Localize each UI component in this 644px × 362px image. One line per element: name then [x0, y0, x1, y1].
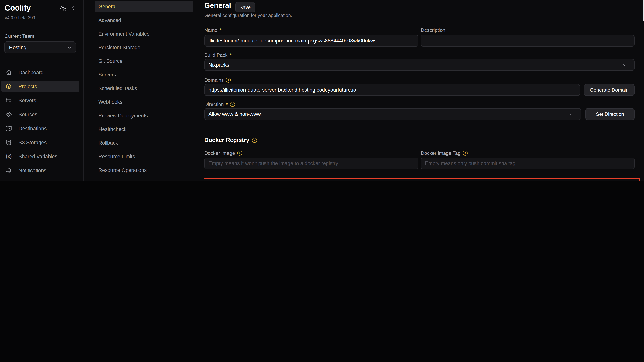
info-icon[interactable]	[463, 151, 468, 155]
sidebar-item-label: Projects	[18, 84, 37, 89]
sidebar-item-label: Sources	[18, 112, 37, 117]
required-asterisk: *	[220, 27, 222, 33]
subnav-item-persistent-storage[interactable]: Persistent Storage	[95, 42, 193, 53]
build-section-highlight	[204, 178, 640, 181]
chevron-down-icon	[622, 63, 627, 68]
subnav-item-advanced[interactable]: Advanced	[95, 15, 193, 26]
chevron-down-icon	[67, 45, 72, 50]
theme-sun-icon[interactable]	[60, 5, 66, 12]
direction-value: Allow www & non-www.	[208, 111, 262, 117]
app-version: v4.0.0-beta.399	[5, 16, 35, 20]
sidebar-item-destinations[interactable]: Destinations	[1, 123, 80, 134]
sidebar-item-dashboard[interactable]: Dashboard	[1, 67, 80, 78]
subnav-item-metrics[interactable]: Metrics	[95, 178, 193, 181]
sidebar-item-label: Dashboard	[18, 70, 44, 75]
scrollbar-thumb[interactable]	[643, 0, 644, 21]
subnav-item-resource-limits[interactable]: Resource Limits	[95, 151, 193, 162]
sidebar-item-label: S3 Storages	[18, 140, 47, 145]
info-icon[interactable]	[226, 78, 231, 82]
docker-image-input[interactable]	[204, 158, 418, 169]
docker-image-tag-input[interactable]	[421, 158, 634, 169]
home-icon	[5, 69, 12, 76]
sidebar-item-sources[interactable]: Sources	[1, 109, 80, 120]
sidebar-item-label: Servers	[18, 98, 36, 103]
name-input[interactable]	[204, 35, 418, 47]
chevron-down-icon	[569, 112, 574, 117]
database-icon	[5, 139, 12, 146]
app-window: Coolify v4.0.0-beta.399 Current Team Hos…	[0, 0, 644, 181]
sidebar-item-label: Shared Variables	[18, 154, 57, 159]
subnav-item-git-source[interactable]: Git Source	[95, 55, 193, 67]
info-icon[interactable]	[237, 151, 242, 155]
map-icon	[5, 125, 12, 132]
direction-select[interactable]: Allow www & non-www.	[204, 108, 581, 120]
sidebar-item-keys-tokens[interactable]: Keys & Tokens	[1, 179, 80, 181]
sidebar-collapse-icon[interactable]	[70, 5, 76, 11]
build-heading: Build	[204, 181, 219, 181]
page-subtitle: General configuration for your applicati…	[204, 13, 292, 18]
subnav-item-environment-variables[interactable]: Environment Variables	[95, 28, 193, 39]
subnav-item-webhooks[interactable]: Webhooks	[95, 96, 193, 108]
sidebar-item-notifications[interactable]: Notifications	[1, 165, 80, 176]
subnav-item-preview-deployments[interactable]: Preview Deployments	[95, 110, 193, 121]
current-team-label: Current Team	[4, 33, 34, 39]
direction-label: Direction*	[204, 101, 235, 107]
sidebar: Coolify v4.0.0-beta.399 Current Team Hos…	[0, 0, 84, 181]
variable-icon: (x)	[5, 153, 12, 160]
sidebar-item-servers[interactable]: Servers	[1, 95, 80, 106]
bell-icon	[5, 167, 12, 174]
docker-image-tag-label: Docker Image Tag	[421, 150, 468, 156]
description-input[interactable]	[421, 35, 634, 47]
domains-label: Domains	[204, 77, 231, 83]
set-direction-button[interactable]: Set Direction	[585, 108, 634, 120]
build-pack-value: Nixpacks	[208, 62, 229, 68]
subnav-item-healthcheck[interactable]: Healthcheck	[95, 123, 193, 135]
generate-domain-button[interactable]: Generate Domain	[584, 84, 634, 96]
git-icon	[5, 111, 12, 118]
info-icon[interactable]	[230, 102, 235, 107]
name-label: Name*	[204, 27, 222, 33]
build-pack-select[interactable]: Nixpacks	[204, 59, 634, 71]
layers-icon	[5, 83, 12, 90]
settings-subnav: General Advanced Environment Variables P…	[95, 1, 193, 181]
team-select-value: Hosting	[9, 45, 26, 50]
docker-image-label: Docker Image	[204, 150, 242, 156]
description-label: Description	[421, 27, 445, 33]
docker-registry-heading: Docker Registry	[204, 137, 257, 144]
sidebar-item-s3-storages[interactable]: S3 Storages	[1, 137, 80, 148]
subnav-item-resource-operations[interactable]: Resource Operations	[95, 164, 193, 176]
build-pack-label: Build Pack*	[204, 52, 232, 58]
sidebar-item-projects[interactable]: Projects	[1, 81, 80, 92]
subnav-item-servers[interactable]: Servers	[95, 69, 193, 80]
sidebar-item-label: Destinations	[18, 126, 47, 131]
save-button[interactable]: Save	[235, 2, 255, 13]
server-icon	[5, 97, 12, 104]
team-select[interactable]: Hosting	[4, 41, 76, 53]
subnav-item-scheduled-tasks[interactable]: Scheduled Tasks	[95, 83, 193, 94]
info-icon[interactable]	[252, 138, 257, 143]
app-logo[interactable]: Coolify	[4, 4, 31, 13]
sidebar-nav: Dashboard Projects Servers Sources Desti…	[0, 67, 83, 181]
sidebar-item-shared-variables[interactable]: (x) Shared Variables	[1, 151, 80, 162]
subnav-item-general[interactable]: General	[95, 1, 193, 12]
page-title: General	[204, 2, 231, 10]
required-asterisk: *	[230, 52, 232, 58]
subnav-item-rollback[interactable]: Rollback	[95, 137, 193, 148]
domains-input[interactable]	[204, 84, 580, 96]
sidebar-item-label: Notifications	[18, 168, 46, 173]
required-asterisk: *	[226, 101, 228, 107]
